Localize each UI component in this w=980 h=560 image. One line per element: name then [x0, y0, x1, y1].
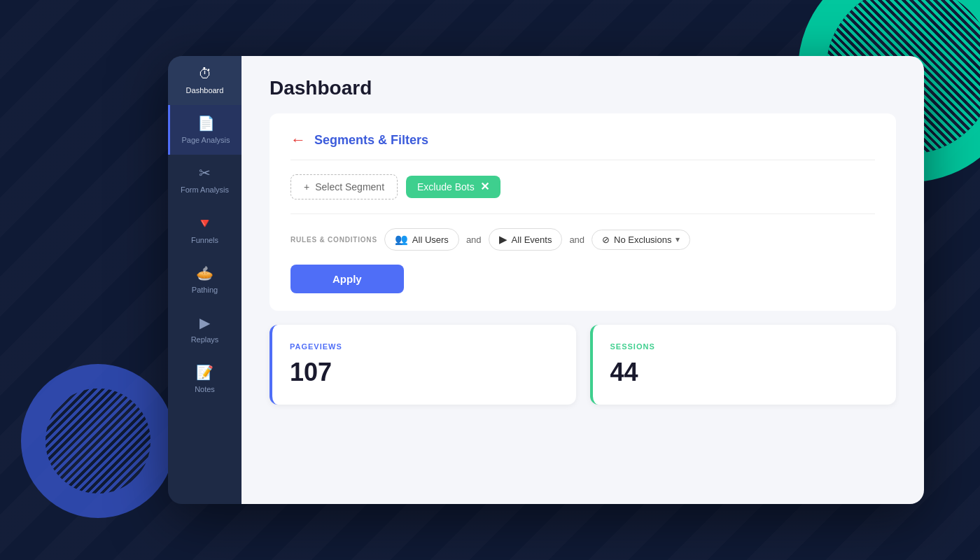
exclude-bots-badge[interactable]: Exclude Bots ✕ [406, 176, 500, 198]
and-connector-1: and [466, 234, 482, 245]
sessions-value: 44 [610, 358, 879, 387]
sidebar-item-form-analysis[interactable]: ✂ Form Analysis [168, 155, 241, 204]
back-arrow-icon[interactable]: ← [290, 131, 306, 149]
rules-row: RULES & CONDITIONS 👥 All Users and ▶ All… [290, 228, 875, 251]
page-title: Dashboard [270, 77, 896, 99]
exclude-bots-label: Exclude Bots [417, 181, 475, 192]
apply-button[interactable]: Apply [290, 265, 404, 293]
replays-icon: ▶ [200, 314, 210, 331]
cursor-icon: ▶ [499, 233, 507, 246]
segments-title: Segments & Filters [314, 133, 428, 148]
close-icon[interactable]: ✕ [480, 181, 489, 192]
sidebar-item-label: Form Analysis [181, 186, 229, 195]
all-events-label: All Events [512, 234, 552, 245]
segments-header: ← Segments & Filters [290, 131, 875, 160]
all-users-label: All Users [412, 234, 449, 245]
app-container: ⏱ Dashboard 📄 Page Analysis ✂ Form Analy… [168, 56, 924, 504]
notes-icon: 📝 [196, 364, 214, 381]
sidebar-item-label: Page Analysis [181, 136, 230, 145]
stats-row: PAGEVIEWS 107 SESSIONS 44 [270, 325, 896, 405]
and-connector-2: and [569, 234, 584, 245]
users-icon: 👥 [395, 233, 408, 246]
all-users-chip[interactable]: 👥 All Users [384, 228, 459, 251]
pageviews-label: PAGEVIEWS [290, 342, 559, 351]
sessions-label: SESSIONS [610, 342, 879, 351]
decorative-circle-blue [21, 364, 175, 518]
segments-section: ← Segments & Filters + Select Segment Ex… [270, 113, 896, 311]
sidebar-item-label: Pathing [192, 286, 218, 295]
sidebar-item-label: Dashboard [186, 86, 224, 95]
sidebar-item-funnels[interactable]: 🔻 Funnels [168, 205, 241, 255]
sidebar-item-dashboard[interactable]: ⏱ Dashboard [168, 56, 241, 105]
sidebar-item-replays[interactable]: ▶ Replays [168, 304, 241, 354]
filter-row: + Select Segment Exclude Bots ✕ [290, 174, 875, 214]
sidebar-item-notes[interactable]: 📝 Notes [168, 354, 241, 404]
select-segment-button[interactable]: + Select Segment [290, 174, 398, 200]
all-events-chip[interactable]: ▶ All Events [489, 228, 563, 251]
sessions-card: SESSIONS 44 [590, 325, 897, 405]
sidebar-item-label: Notes [195, 385, 215, 394]
select-segment-label: Select Segment [315, 181, 384, 192]
funnels-icon: 🔻 [196, 215, 214, 232]
rules-label: RULES & CONDITIONS [290, 236, 377, 244]
sidebar-item-label: Funnels [191, 236, 218, 245]
pathing-icon: 🥧 [196, 265, 214, 281]
plus-icon: + [304, 181, 309, 192]
sidebar-item-label: Replays [191, 335, 219, 344]
chevron-down-icon: ▾ [676, 234, 680, 244]
page-analysis-icon: 📄 [197, 115, 215, 132]
content-inner: Dashboard ← Segments & Filters + Select … [241, 56, 924, 426]
no-exclusions-label: No Exclusions [614, 234, 671, 245]
sidebar-item-page-analysis[interactable]: 📄 Page Analysis [168, 105, 241, 155]
dashboard-icon: ⏱ [198, 66, 212, 82]
form-analysis-icon: ✂ [199, 164, 211, 181]
sidebar: ⏱ Dashboard 📄 Page Analysis ✂ Form Analy… [168, 56, 241, 504]
pageviews-value: 107 [290, 358, 559, 387]
main-content: Dashboard ← Segments & Filters + Select … [241, 56, 924, 504]
no-exclusions-icon: ⊘ [602, 234, 610, 245]
no-exclusions-chip[interactable]: ⊘ No Exclusions ▾ [592, 230, 690, 250]
sidebar-item-pathing[interactable]: 🥧 Pathing [168, 255, 241, 304]
pageviews-card: PAGEVIEWS 107 [270, 325, 576, 405]
